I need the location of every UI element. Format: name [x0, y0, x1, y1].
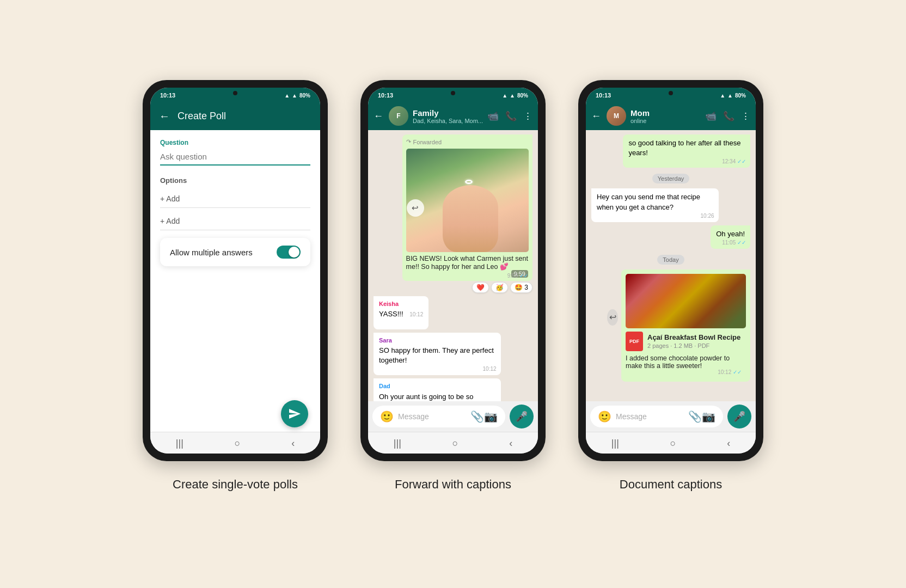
input-placeholder-doc: Message — [616, 412, 647, 421]
chat-header-info-forward: Family Dad, Keisha, Sara, Mom... — [413, 108, 483, 124]
chat-input-bar-forward: 🙂 Message 📎 📷 🎤 — [368, 401, 538, 432]
message-input-doc[interactable]: 🙂 Message 📎 📷 — [590, 406, 723, 427]
emoji-icon-forward[interactable]: 🙂 — [380, 410, 394, 423]
chat-input-bar-doc: 🙂 Message 📎 📷 🎤 — [586, 401, 756, 432]
camera-notch-3 — [669, 91, 673, 95]
nav-back-3[interactable]: ‹ — [727, 438, 730, 449]
send-fab-button[interactable] — [281, 400, 308, 427]
battery-doc: 80% — [735, 93, 746, 99]
chat-name-doc: Mom — [630, 108, 701, 118]
camera-icon-forward[interactable]: 📷 — [484, 410, 498, 423]
nav-back-2[interactable]: ‹ — [509, 438, 512, 449]
share-forward-btn[interactable]: ↩ — [407, 199, 424, 217]
nav-recent-3[interactable]: ||| — [611, 438, 619, 449]
attachment-icon-doc[interactable]: 📎 — [688, 410, 702, 423]
msg-sent-3: Oh yeah! 11:05 ✓✓ — [711, 225, 750, 249]
hand-photo — [406, 149, 529, 252]
sara-message: Sara SO happy for them. They are perfect… — [374, 333, 501, 376]
chat-header-doc: ← M Mom online 📹 📞 ⋮ — [586, 102, 756, 130]
nav-home-icon[interactable]: ○ — [235, 438, 241, 449]
input-placeholder-forward: Message — [398, 412, 429, 421]
sara-time: 10:12 — [483, 365, 497, 373]
add-option-1[interactable]: + Add — [160, 190, 310, 208]
phone-label-forward: Forward with captions — [395, 477, 511, 492]
back-button-forward[interactable]: ← — [374, 111, 383, 122]
nav-home-3[interactable]: ○ — [670, 438, 676, 449]
mic-button-forward[interactable]: 🎤 — [510, 405, 534, 428]
forwarded-label: ↷ Forwarded — [406, 138, 529, 145]
nav-bar-doc: ||| ○ ‹ — [586, 432, 756, 454]
battery-poll: 80% — [299, 93, 310, 99]
doc-info-block: Açaí Breakfast Bowl Recipe 2 pages · 1.2… — [647, 333, 740, 349]
status-icons-doc: ▲ ▲ 80% — [720, 93, 746, 99]
phone-poll-inner: 10:13 ▲ ▲ 80% ← Create Poll Question — [150, 88, 320, 454]
msg2-time: 10:26 — [701, 212, 714, 220]
nav-back-icon[interactable]: ‹ — [291, 438, 295, 449]
more-options-icon[interactable]: ⋮ — [523, 111, 532, 122]
msg-sent-1: so good talking to her after all these y… — [623, 134, 750, 168]
doc-caption: I added some chocolate powder to make th… — [626, 354, 746, 377]
nav-home-2[interactable]: ○ — [452, 438, 458, 449]
reactions-row: ❤️ 🥳 🤩 3 — [472, 282, 532, 293]
yesterday-divider: Yesterday — [591, 173, 750, 183]
finger-shape — [443, 185, 498, 253]
camera-notch-2 — [451, 91, 455, 95]
read-check-3: ✓✓ — [737, 240, 746, 246]
attachment-icon-forward[interactable]: 📎 — [470, 410, 484, 423]
nav-recent-2[interactable]: ||| — [394, 438, 401, 449]
chat-sub-doc: online — [630, 118, 701, 124]
camera-icon-doc[interactable]: 📷 — [702, 410, 715, 423]
status-icons-forward: ▲ ▲ 80% — [502, 93, 528, 99]
allow-multiple-toggle[interactable] — [277, 246, 301, 259]
mic-button-doc[interactable]: 🎤 — [727, 405, 751, 428]
poll-header: ← Create Poll — [150, 102, 320, 130]
nav-bar-poll: ||| ○ ‹ — [150, 432, 320, 454]
camera-notch — [233, 91, 237, 95]
voice-call-icon[interactable]: 📞 — [505, 111, 517, 122]
phone-wrapper-forward: 10:13 ▲ ▲ 80% ← F Family Dad, Keisha, Sa… — [360, 80, 546, 492]
more-options-icon-doc[interactable]: ⋮ — [741, 111, 750, 122]
voice-call-icon-doc[interactable]: 📞 — [723, 111, 734, 122]
avatar-mom: M — [607, 106, 626, 126]
doc-header: PDF Açaí Breakfast Bowl Recipe 2 pages ·… — [626, 332, 746, 351]
msg-received-2: Hey can you send me that recipe when you… — [591, 188, 719, 222]
back-button-poll[interactable]: ← — [159, 110, 170, 122]
doc-title: Açaí Breakfast Bowl Recipe — [647, 333, 740, 341]
poll-title: Create Poll — [177, 111, 226, 122]
dad-name: Dad — [379, 382, 495, 390]
reaction-party[interactable]: 🥳 — [491, 282, 508, 293]
nav-recent-icon[interactable]: ||| — [176, 438, 183, 449]
reaction-heart[interactable]: ❤️ — [472, 282, 489, 293]
bowl-photo — [626, 274, 746, 328]
add-option-2[interactable]: + Add — [160, 212, 310, 230]
status-time-poll: 10:13 — [160, 92, 175, 99]
send-icon — [288, 407, 301, 420]
video-call-icon[interactable]: 📹 — [487, 111, 499, 122]
forward-arrow-icon: ↷ — [406, 138, 411, 145]
signal-icon-3: ▲ — [720, 93, 725, 99]
chat-name-forward: Family — [413, 108, 483, 118]
signal-icon-2: ▲ — [502, 93, 507, 99]
keisha-message: Keisha YASS!!! 10:12 — [374, 296, 428, 329]
message-input-forward[interactable]: 🙂 Message 📎 📷 — [372, 406, 505, 427]
reaction-star-eyes[interactable]: 🤩 3 — [510, 282, 532, 293]
emoji-icon-doc[interactable]: 🙂 — [598, 410, 611, 423]
read-check-doc: ✓✓ — [733, 369, 742, 375]
doc-time: 10:12 ✓✓ — [718, 369, 742, 375]
question-input[interactable] — [160, 150, 310, 166]
status-icons-poll: ▲ ▲ 80% — [284, 93, 310, 99]
share-doc-btn[interactable]: ↩ — [607, 309, 618, 326]
msg1-time: 12:34 ✓✓ — [722, 158, 746, 166]
phone-wrapper-poll: 10:13 ▲ ▲ 80% ← Create Poll Question — [143, 80, 328, 492]
status-time-forward: 10:13 — [378, 92, 393, 99]
chat-header-info-doc: Mom online — [630, 108, 701, 124]
wifi-icon-2: ▲ — [510, 93, 515, 99]
pdf-icon: PDF — [626, 332, 643, 351]
video-call-icon-doc[interactable]: 📹 — [705, 111, 717, 122]
msg3-time: 11:05 ✓✓ — [722, 239, 746, 247]
dad-message: Dad Oh your aunt is going to be so happy… — [374, 378, 501, 401]
phone-poll: 10:13 ▲ ▲ 80% ← Create Poll Question — [143, 80, 328, 461]
phone-forward: 10:13 ▲ ▲ 80% ← F Family Dad, Keisha, Sa… — [360, 80, 546, 461]
doc-meta: 2 pages · 1.2 MB · PDF — [647, 342, 740, 349]
back-button-doc[interactable]: ← — [591, 111, 601, 122]
